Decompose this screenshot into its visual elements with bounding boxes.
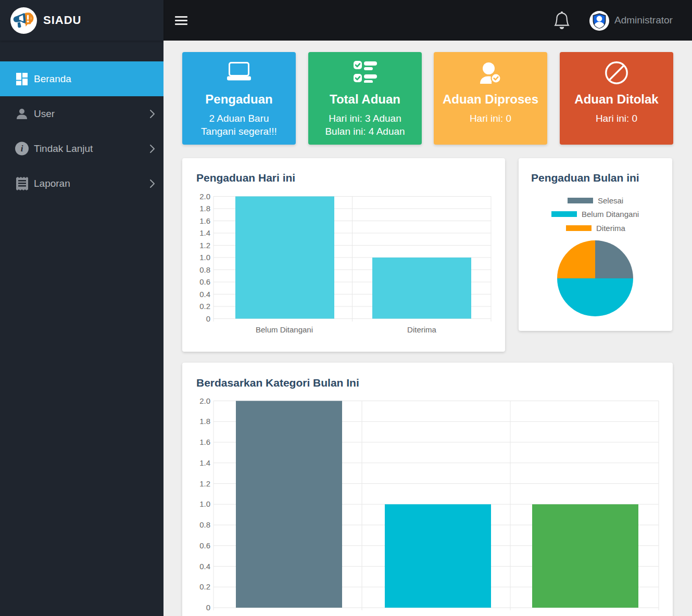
svg-text:0: 0 [206, 314, 210, 323]
svg-text:1.4: 1.4 [199, 228, 210, 237]
svg-text:0.2: 0.2 [199, 302, 210, 311]
svg-text:1.6: 1.6 [199, 438, 210, 446]
svg-text:1.4: 1.4 [199, 458, 210, 467]
svg-text:1.0: 1.0 [199, 499, 210, 508]
svg-text:0: 0 [206, 603, 210, 612]
svg-text:Diterima: Diterima [407, 325, 436, 334]
svg-text:Belum Ditangani: Belum Ditangani [256, 325, 313, 334]
svg-text:0.6: 0.6 [199, 541, 210, 550]
svg-text:2.0: 2.0 [199, 396, 210, 405]
svg-text:Belum Ditangani: Belum Ditangani [582, 210, 639, 219]
svg-text:0.8: 0.8 [199, 265, 210, 274]
svg-text:Selesai: Selesai [598, 196, 623, 205]
svg-text:0.8: 0.8 [199, 520, 210, 529]
svg-text:1.8: 1.8 [199, 417, 210, 426]
svg-text:1.8: 1.8 [199, 204, 210, 213]
svg-text:1.6: 1.6 [199, 216, 210, 225]
svg-text:1.0: 1.0 [199, 253, 210, 262]
svg-text:0.6: 0.6 [199, 277, 210, 286]
svg-text:0.2: 0.2 [199, 582, 210, 591]
svg-text:1.2: 1.2 [199, 241, 210, 250]
svg-text:0.4: 0.4 [199, 290, 210, 299]
svg-text:1.2: 1.2 [199, 479, 210, 488]
svg-text:i: i [21, 144, 23, 153]
svg-text:2.0: 2.0 [199, 192, 210, 201]
svg-text:0.4: 0.4 [199, 562, 210, 571]
svg-text:Diterima: Diterima [596, 224, 625, 233]
